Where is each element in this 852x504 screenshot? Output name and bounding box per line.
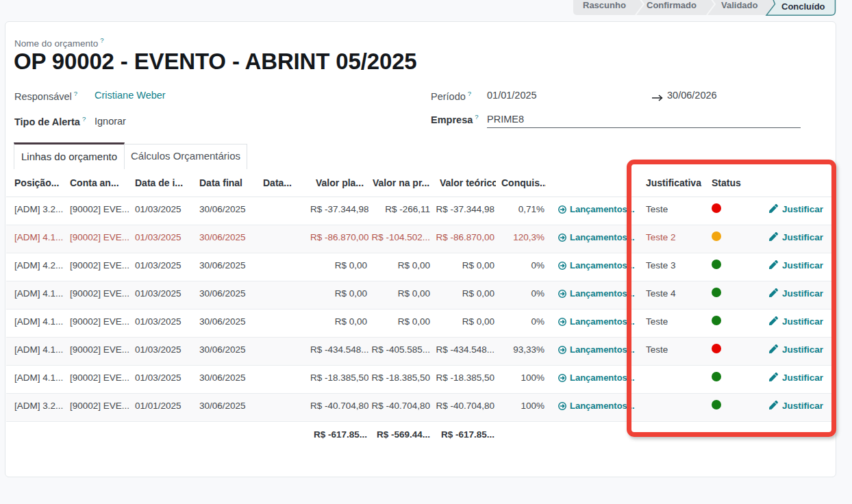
- svg-text:Concluído: Concluído: [781, 1, 825, 12]
